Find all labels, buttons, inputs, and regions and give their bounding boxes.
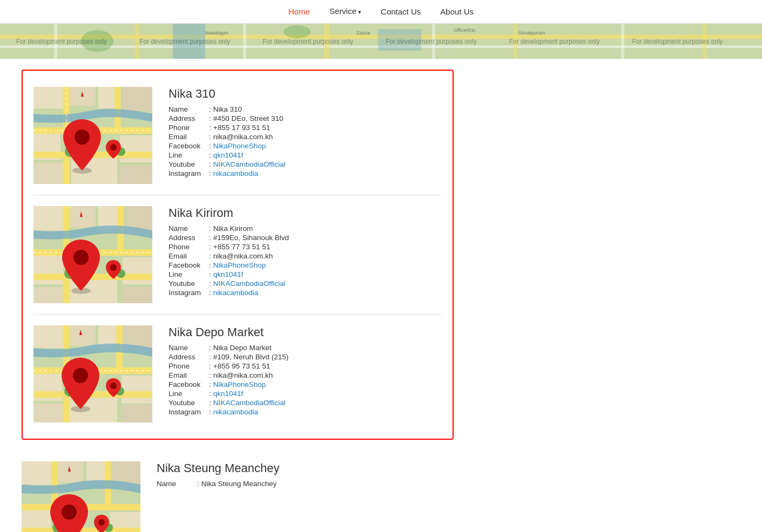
label-address-2: Address xyxy=(168,353,209,361)
value-email-1: nika@nika.com.kh xyxy=(213,252,273,260)
label-phone-1: Phone xyxy=(168,243,209,251)
location-title-2: Nika Depo Market xyxy=(168,325,442,339)
svg-rect-25 xyxy=(33,162,66,184)
info-row-phone-1: Phone : +855 77 73 51 51 xyxy=(168,243,442,251)
value-name-1: Nika Kirirom xyxy=(213,224,253,233)
svg-point-87 xyxy=(110,383,117,389)
svg-rect-72 xyxy=(33,404,65,422)
svg-text:Zazira: Zazira xyxy=(356,30,370,36)
info-row-name-0: Name : Nika 310 xyxy=(168,105,442,113)
info-row-name-1: Name : Nika Kirirom xyxy=(168,224,442,233)
map-thumbnail-0[interactable] xyxy=(33,87,152,184)
label-instagram-0: Instagram xyxy=(168,169,209,178)
info-row-email-1: Email : nika@nika.com.kh xyxy=(168,252,442,260)
location-card-0: Nika 310 Name : Nika 310 Address : #450 … xyxy=(33,76,442,195)
location-title-0: Nika 310 xyxy=(168,87,442,101)
label-name-2: Name xyxy=(168,344,209,352)
nav-service[interactable]: Service xyxy=(320,0,371,24)
link-instagram-1[interactable]: nikacambodia xyxy=(213,289,258,297)
svg-point-64 xyxy=(110,264,117,271)
label-instagram-2: Instagram xyxy=(168,408,209,416)
value-name-partial: Nika Steung Meanchey xyxy=(201,480,277,488)
info-row-phone-2: Phone : +855 95 73 51 51 xyxy=(168,362,442,370)
label-instagram-1: Instagram xyxy=(168,289,209,297)
info-row-line-0: Line : qkn1041f xyxy=(168,151,442,159)
map-thumbnail-2[interactable] xyxy=(33,325,152,422)
link-facebook-1[interactable]: NikaPhoneShop xyxy=(213,261,266,269)
svg-rect-20 xyxy=(33,87,66,108)
svg-rect-49 xyxy=(33,287,63,303)
info-row-address-1: Address : #159Eo, Sihanouk Blvd xyxy=(168,234,442,242)
label-name-partial: Name xyxy=(157,480,197,488)
link-line-1[interactable]: qkn1041f xyxy=(213,270,244,278)
svg-point-41 xyxy=(110,144,117,151)
map-thumbnail-partial[interactable] xyxy=(22,461,140,532)
svg-point-109 xyxy=(98,519,105,526)
location-info-0: Nika 310 Name : Nika 310 Address : #450 … xyxy=(168,87,442,179)
link-line-2[interactable]: qkn1041f xyxy=(213,390,244,398)
svg-rect-67 xyxy=(33,325,65,348)
label-facebook-0: Facebook xyxy=(168,142,209,150)
svg-text:Sonatpuram: Sonatpuram xyxy=(518,30,545,36)
svg-rect-26 xyxy=(120,135,152,162)
nav-contact[interactable]: Contact Us xyxy=(371,0,430,24)
value-email-2: nika@nika.com.kh xyxy=(213,371,273,379)
label-address-0: Address xyxy=(168,114,209,122)
dev-text-2: For development purposes only xyxy=(123,38,246,45)
info-row-facebook-2: Facebook : NikaPhoneShop xyxy=(168,380,442,388)
link-youtube-2[interactable]: NIKACambodiaOfficial xyxy=(213,399,286,407)
link-facebook-0[interactable]: NikaPhoneShop xyxy=(213,142,266,150)
svg-rect-23 xyxy=(123,87,152,111)
label-email-0: Email xyxy=(168,133,209,141)
info-row-instagram-2: Instagram : nikacambodia xyxy=(168,408,442,416)
info-row-youtube-1: Youtube : NIKACambodiaOfficial xyxy=(168,279,442,288)
link-youtube-1[interactable]: NIKACambodiaOfficial xyxy=(213,279,286,288)
location-title-partial: Nika Steung Meanchey xyxy=(157,461,572,475)
info-row-facebook-0: Facebook : NikaPhoneShop xyxy=(168,142,442,150)
map-banner: Nawabgan Zazira OfficerEst. Sonatpuram F… xyxy=(0,24,762,59)
info-row-email-2: Email : nika@nika.com.kh xyxy=(168,371,442,379)
svg-text:OfficerEst.: OfficerEst. xyxy=(454,28,476,33)
nav-about[interactable]: About Us xyxy=(430,0,483,24)
svg-rect-74 xyxy=(122,405,152,422)
info-row-instagram-1: Instagram : nikacambodia xyxy=(168,289,442,297)
label-address-1: Address xyxy=(168,234,209,242)
label-youtube-1: Youtube xyxy=(168,279,209,288)
label-name-0: Name xyxy=(168,105,209,113)
value-phone-1: +855 77 73 51 51 xyxy=(213,243,270,251)
nav-home[interactable]: Home xyxy=(279,0,320,24)
info-row-line-2: Line : qkn1041f xyxy=(168,390,442,398)
location-container: Nika 310 Name : Nika 310 Address : #450 … xyxy=(22,70,454,440)
label-facebook-1: Facebook xyxy=(168,261,209,269)
location-info-1: Nika Kirirom Name : Nika Kirirom Address… xyxy=(168,206,442,298)
info-row-line-1: Line : qkn1041f xyxy=(168,270,442,278)
info-row-instagram-0: Instagram : nikacambodia xyxy=(168,169,442,178)
label-youtube-0: Youtube xyxy=(168,160,209,168)
value-phone-2: +855 95 73 51 51 xyxy=(213,362,270,370)
svg-point-107 xyxy=(62,504,77,520)
dev-text-5: For development purposes only xyxy=(493,38,616,45)
location-card-2: Nika Depo Market Name : Nika Depo Market… xyxy=(33,315,442,433)
link-line-0[interactable]: qkn1041f xyxy=(213,151,244,159)
dev-text-1: For development purposes only xyxy=(0,38,123,45)
link-youtube-0[interactable]: NIKACambodiaOfficial xyxy=(213,160,286,168)
label-facebook-2: Facebook xyxy=(168,380,209,388)
link-facebook-2[interactable]: NikaPhoneShop xyxy=(213,380,266,388)
info-row-address-2: Address : #109, Neruh Blvd (215) xyxy=(168,353,442,361)
svg-point-14 xyxy=(284,25,311,38)
label-email-2: Email xyxy=(168,371,209,379)
map-thumbnail-1[interactable] xyxy=(33,206,152,303)
svg-rect-90 xyxy=(22,461,52,485)
dev-text-4: For development purposes only xyxy=(369,38,493,45)
svg-point-85 xyxy=(73,368,88,383)
label-youtube-2: Youtube xyxy=(168,399,209,407)
link-instagram-0[interactable]: nikacambodia xyxy=(213,169,258,178)
info-row-facebook-1: Facebook : NikaPhoneShop xyxy=(168,261,442,269)
svg-text:Nawabgan: Nawabgan xyxy=(205,30,228,36)
link-instagram-2[interactable]: nikacambodia xyxy=(213,408,258,416)
svg-rect-27 xyxy=(120,165,152,184)
value-address-2: #109, Neruh Blvd (215) xyxy=(213,353,289,361)
main-content: Nika 310 Name : Nika 310 Address : #450 … xyxy=(0,59,594,532)
svg-rect-68 xyxy=(68,325,96,346)
info-row-phone-0: Phone : +855 17 93 51 51 xyxy=(168,124,442,132)
